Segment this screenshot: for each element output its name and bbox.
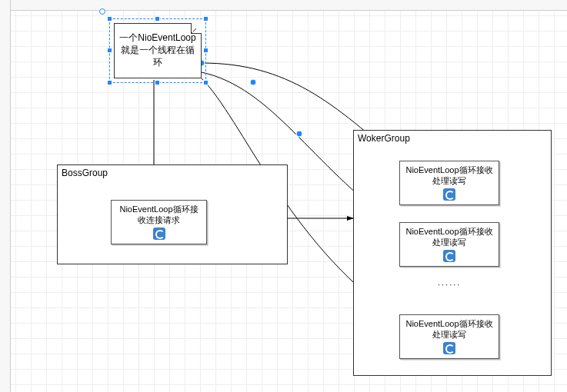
- worker-node-1[interactable]: NioEventLoop循环接收处理读写: [399, 161, 499, 205]
- resize-handle-n[interactable]: [155, 16, 160, 22]
- worker-node-2-text: NioEventLoop循环接收处理读写: [405, 226, 494, 248]
- worker-node-2[interactable]: NioEventLoop循环接收处理读写: [399, 222, 499, 267]
- rotation-handle[interactable]: [99, 8, 105, 15]
- resize-handle-s[interactable]: [155, 80, 160, 85]
- resize-handle-sw[interactable]: [107, 80, 112, 85]
- resize-handle-nw[interactable]: [107, 16, 112, 22]
- boss-node-text: NioEventLoop循环接收连接请求: [116, 204, 202, 226]
- note-line1: 一个NioEventLoop: [118, 32, 198, 44]
- resize-handle-w[interactable]: [107, 48, 112, 53]
- bossgroup-label: BossGroup: [62, 168, 108, 178]
- worker-node-3[interactable]: NioEventLoop循环接收处理读写: [399, 314, 499, 359]
- worker-ellipsis: ······: [438, 280, 461, 289]
- loop-icon: [443, 188, 455, 201]
- resize-handle-e[interactable]: [203, 48, 208, 53]
- workergroup-label: WokerGroup: [358, 133, 410, 144]
- svg-point-2: [296, 131, 302, 137]
- boss-node[interactable]: NioEventLoop循环接收连接请求: [111, 200, 207, 244]
- ruler-top: [0, 0, 567, 11]
- loop-icon: [153, 228, 165, 240]
- note-fold-icon: [191, 23, 202, 34]
- svg-point-1: [250, 79, 256, 85]
- resize-handle-se[interactable]: [203, 80, 208, 85]
- note-line2: 就是一个线程在循环: [118, 44, 198, 68]
- loop-icon: [443, 250, 455, 262]
- worker-node-3-text: NioEventLoop循环接收处理读写: [405, 318, 494, 341]
- loop-icon: [443, 342, 455, 354]
- diagram-canvas[interactable]: 一个NioEventLoop 就是一个线程在循环 BossGroup NioEv…: [11, 11, 567, 392]
- ruler-left: [0, 0, 11, 392]
- resize-handle-ne[interactable]: [203, 16, 208, 22]
- worker-node-1-text: NioEventLoop循环接收处理读写: [405, 164, 494, 187]
- note-shape[interactable]: 一个NioEventLoop 就是一个线程在循环: [114, 23, 202, 78]
